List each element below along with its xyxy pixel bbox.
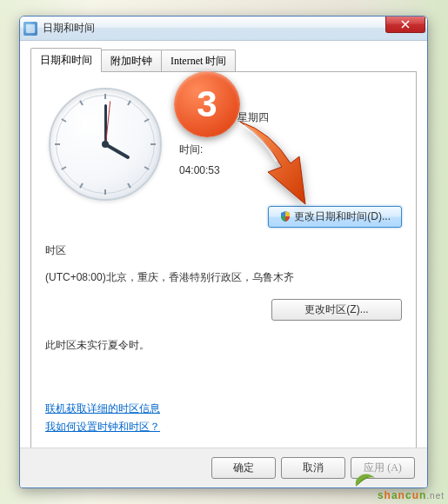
tab-internet-time[interactable]: Internet 时间 [161,50,236,71]
dst-note: 此时区未实行夏令时。 [45,338,402,353]
change-datetime-label: 更改日期和时间(D)... [294,210,391,222]
clock-center [102,141,109,148]
window-title: 日期和时间 [43,21,95,36]
change-timezone-button[interactable]: 更改时区(Z)... [271,299,402,321]
datetime-info: 2 10 星期四 时间: 04:00:53 [179,84,269,183]
howto-link[interactable]: 我如何设置时钟和时区？ [45,420,160,434]
datetime-icon [23,22,37,36]
change-datetime-button[interactable]: 更改日期和时间(D)... [268,206,402,228]
titlebar[interactable]: 日期和时间 [20,17,427,41]
tab-strip: 日期和时间 附加时钟 Internet 时间 [30,50,417,72]
watermark-suffix: .net [426,491,445,501]
timezone-label: 时区 [45,243,402,258]
tab-datetime[interactable]: 日期和时间 [30,48,102,71]
weekday-value: 星期四 [237,111,269,123]
change-timezone-row: 更改时区(Z)... [45,299,402,321]
cancel-button[interactable]: 取消 [281,457,345,479]
close-icon [401,20,410,29]
tab-additional-clocks[interactable]: 附加时钟 [101,50,162,71]
time-label: 时间: [179,143,269,157]
watermark-leaf-icon [352,471,377,488]
watermark: shancun.net [378,487,445,502]
close-button[interactable] [385,16,425,33]
change-timezone-label: 更改时区(Z)... [304,303,368,315]
time-value: 04:00:53 [179,164,269,176]
analog-clock [49,88,162,201]
online-tz-info-link[interactable]: 联机获取详细的时区信息 [45,401,160,416]
timezone-value: (UTC+08:00)北京，重庆，香港特别行政区，乌鲁木齐 [45,270,402,285]
date-value-prefix: 2 [179,111,185,123]
timezone-section: 时区 (UTC+08:00)北京，重庆，香港特别行政区，乌鲁木齐 更改时区(Z)… [45,243,402,438]
ok-button[interactable]: 确定 [211,457,276,479]
datetime-window: 日期和时间 日期和时间 附加时钟 Internet 时间 [19,16,428,488]
tab-panel: 2 10 星期四 时间: 04:00:53 更改日期和时间(D)... 时区 [30,72,417,463]
shield-icon [279,210,291,222]
window-body: 日期和时间 附加时钟 Internet 时间 [20,41,427,474]
date-row: 2 10 星期四 [179,110,269,125]
datetime-section: 2 10 星期四 时间: 04:00:53 [45,84,402,201]
change-datetime-row: 更改日期和时间(D)... [45,206,402,228]
date-value-suffix: 10 [214,111,225,123]
